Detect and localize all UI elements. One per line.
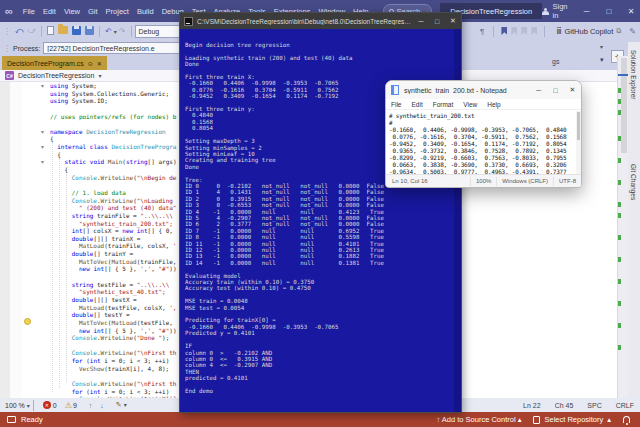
save-button[interactable] bbox=[70, 26, 83, 37]
notepad-menu-item-view[interactable]: View bbox=[458, 101, 482, 108]
code-line: " (200) and test (40) data" bbox=[50, 204, 177, 212]
text-line: 0.9365, -0.3732, 0.3846, 0.7528, 0.7892,… bbox=[389, 147, 575, 154]
pin-tab-icon[interactable]: ⊙ bbox=[88, 60, 93, 67]
clear-bookmarks-button[interactable] bbox=[531, 27, 537, 35]
repository-icon bbox=[533, 416, 540, 424]
cursor-line-indicator[interactable]: Ln 22 bbox=[523, 402, 541, 409]
tab-decisiontreeprogram[interactable]: DecisionTreeProgram.cs ⊙ ✕ bbox=[2, 56, 107, 70]
code-line: Console.WriteLine("\nLoading bbox=[50, 197, 177, 205]
tab-solution-explorer[interactable]: Solution Explorer bbox=[630, 50, 637, 100]
visual-studio-window: ∞ FileEditViewGitProjectBuildDebugTestAn… bbox=[0, 0, 640, 427]
toolbar-grip-icon: ⋮ bbox=[0, 44, 13, 53]
console-title-bar[interactable]: C:\VSM\DecisionTreeRegression\bin\Debug\… bbox=[180, 13, 461, 29]
collapse-region-icon[interactable]: ▾ bbox=[41, 128, 49, 135]
csharp-file-icon: C# bbox=[5, 71, 14, 80]
collapse-region-icon[interactable]: ▾ bbox=[41, 82, 49, 89]
notepad-scrollbar[interactable] bbox=[576, 111, 581, 174]
format-document-icon[interactable]: ¶ bbox=[478, 27, 486, 36]
notepad-app-icon bbox=[391, 85, 399, 95]
notepad-menu-item-help[interactable]: Help bbox=[482, 101, 505, 108]
editor-zoom-dropdown[interactable]: 100 % ▾ bbox=[0, 402, 30, 409]
vs-close-button[interactable]: ✕ bbox=[622, 0, 640, 22]
collapse-region-icon[interactable]: ▾ bbox=[41, 158, 49, 165]
navigate-forward-button[interactable]: ⤻ bbox=[26, 26, 39, 36]
tab-list-dropdown-icon[interactable]: ▾ bbox=[600, 56, 604, 64]
notepad-title-bar[interactable]: synthetic_train_200.txt - Notepad ─ □ ✕ bbox=[386, 81, 581, 99]
save-all-button[interactable] bbox=[83, 26, 96, 37]
notepad-menu-item-format[interactable]: Format bbox=[428, 101, 459, 108]
collapse-region-icon[interactable]: ▾ bbox=[41, 143, 49, 150]
menu-item-build[interactable]: Build bbox=[133, 5, 158, 18]
code-line: string trainFile = "..\\..\\ bbox=[50, 212, 177, 220]
select-repository-button[interactable]: Select Repository ▴ bbox=[533, 415, 611, 424]
open-file-button[interactable] bbox=[56, 26, 70, 36]
console-close-button[interactable]: ✕ bbox=[445, 17, 461, 25]
add-to-source-control-button[interactable]: ↑ Add to Source Control ▴ bbox=[436, 415, 521, 424]
code-line: "synthetic_train_200.txt"; bbox=[50, 220, 177, 228]
notepad-maximize-button[interactable]: □ bbox=[547, 87, 564, 94]
notepad-title: synthetic_train_200.txt - Notepad bbox=[404, 87, 530, 94]
menu-item-edit[interactable]: Edit bbox=[39, 5, 60, 18]
editor-scrollbar-map[interactable] bbox=[617, 56, 628, 398]
console-minimize-button[interactable]: ─ bbox=[413, 18, 429, 25]
process-dropdown[interactable]: [22752] DecisionTreeRegression.e ▾ bbox=[43, 42, 195, 54]
code-cleanup-button[interactable]: ✎ ▾ bbox=[116, 401, 127, 409]
line-ending-indicator[interactable]: CRLF bbox=[616, 402, 634, 409]
notepad-zoom[interactable]: 100% bbox=[470, 177, 496, 186]
notepad-line-ending: Windows (CRLF) bbox=[496, 177, 553, 186]
tab-git-changes[interactable]: Git Changes bbox=[630, 164, 637, 200]
notifications-bell-icon[interactable] bbox=[623, 416, 630, 423]
breadcrumb-namespace[interactable]: DecisionTreeRegression bbox=[18, 72, 94, 79]
next-issue-button[interactable]: ↓ bbox=[100, 402, 104, 409]
notepad-text-area[interactable]: # synthetic_train_200.txt#-0.1660, 0.440… bbox=[386, 111, 575, 174]
ready-icon bbox=[7, 416, 16, 423]
menu-item-git[interactable]: Git bbox=[84, 5, 102, 18]
vs-minimize-button[interactable]: ─ bbox=[577, 0, 595, 22]
feedback-icon[interactable]: ✎ bbox=[629, 27, 636, 36]
code-line: namespace DecisionTreeRegression bbox=[50, 128, 177, 136]
menu-item-project[interactable]: Project bbox=[102, 5, 133, 18]
next-bookmark-button[interactable] bbox=[521, 27, 527, 35]
text-line: End demo bbox=[185, 388, 454, 394]
code-line bbox=[50, 273, 177, 281]
notepad-menu-item-edit[interactable]: Edit bbox=[406, 101, 427, 108]
undo-button[interactable]: ↶ bbox=[103, 27, 114, 36]
menu-item-file[interactable]: File bbox=[19, 5, 39, 18]
notepad-menu-item-file[interactable]: File bbox=[386, 101, 406, 108]
close-tab-icon[interactable]: ✕ bbox=[97, 60, 102, 67]
github-copilot-button[interactable]: ⅲ GitHub Copilot ⧉ bbox=[552, 27, 625, 36]
toolbar-overflow-icon[interactable]: ▾ bbox=[600, 43, 603, 50]
code-line: { bbox=[50, 135, 177, 143]
vs-maximize-button[interactable]: □ bbox=[600, 0, 618, 22]
new-file-button[interactable] bbox=[45, 26, 56, 37]
notepad-minimize-button[interactable]: ─ bbox=[530, 87, 547, 94]
previous-issue-button[interactable]: ↑ bbox=[89, 402, 93, 409]
console-window[interactable]: C:\VSM\DecisionTreeRegression\bin\Debug\… bbox=[179, 12, 462, 413]
notepad-scrollbar-thumb[interactable] bbox=[577, 112, 580, 140]
warning-count[interactable]: 9 bbox=[73, 402, 77, 409]
console-maximize-button[interactable]: □ bbox=[429, 18, 445, 25]
toolbar-separator bbox=[99, 26, 100, 37]
notepad-close-button[interactable]: ✕ bbox=[564, 86, 581, 94]
code-editor[interactable]: using System;using System.Collections.Ge… bbox=[50, 82, 177, 398]
text-line: -0.9452, 0.3409, -0.1654, 0.1174, -0.719… bbox=[389, 140, 575, 147]
menu-item-view[interactable]: View bbox=[60, 5, 84, 18]
quick-actions-lightbulb-icon[interactable] bbox=[24, 318, 31, 325]
toggle-bookmark-button[interactable] bbox=[501, 27, 507, 35]
navigate-back-button[interactable]: ⤺ bbox=[13, 26, 26, 36]
git-change-mark bbox=[618, 235, 621, 240]
code-line bbox=[50, 342, 177, 350]
cursor-column-indicator[interactable]: Ch 45 bbox=[555, 402, 574, 409]
spaces-indicator[interactable]: SPC bbox=[587, 402, 601, 409]
partially-hidden-tab[interactable]: gs bbox=[552, 58, 559, 65]
git-change-mark bbox=[618, 136, 621, 141]
error-count[interactable]: 0 bbox=[53, 402, 57, 409]
code-line: { bbox=[50, 151, 177, 159]
git-change-mark bbox=[618, 301, 621, 306]
chevron-down-icon: ▾ bbox=[98, 72, 101, 79]
previous-bookmark-button[interactable] bbox=[511, 27, 517, 35]
scrollbar-thumb[interactable] bbox=[621, 58, 627, 153]
redo-button[interactable]: ↷ bbox=[117, 27, 128, 36]
sign-in-button[interactable]: Sign in bbox=[553, 2, 574, 20]
notepad-window[interactable]: synthetic_train_200.txt - Notepad ─ □ ✕ … bbox=[385, 80, 582, 188]
